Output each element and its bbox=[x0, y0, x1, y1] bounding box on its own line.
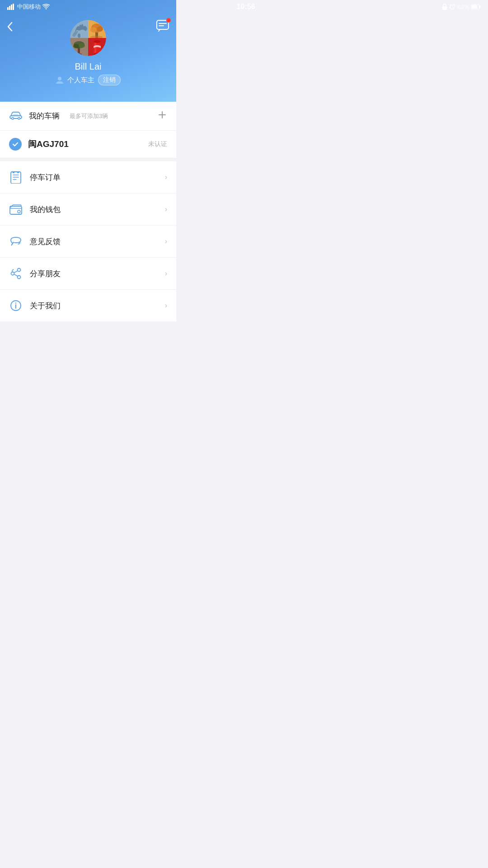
menu-item-parking-orders[interactable]: 停车订单 › bbox=[0, 161, 176, 193]
svg-rect-0 bbox=[7, 7, 9, 10]
svg-rect-38 bbox=[17, 171, 19, 173]
svg-point-29 bbox=[94, 53, 101, 56]
car-item[interactable]: 闽AGJ701 未认证 bbox=[0, 130, 176, 158]
svg-rect-27 bbox=[94, 42, 96, 53]
signal-icon bbox=[7, 4, 15, 10]
menu-item-share[interactable]: 分享朋友 › bbox=[0, 258, 176, 290]
svg-point-28 bbox=[94, 40, 101, 43]
vehicle-icon bbox=[9, 109, 23, 123]
menu-item-wallet[interactable]: 我的钱包 › bbox=[0, 193, 176, 226]
vehicle-section: 我的车辆 最多可添加3辆 闽AGJ701 未认证 bbox=[0, 102, 176, 158]
svg-rect-24 bbox=[76, 53, 82, 56]
notification-badge bbox=[166, 18, 171, 23]
vehicle-subtitle: 最多可添加3辆 bbox=[70, 112, 108, 120]
menu-item-left: 关于我们 bbox=[9, 299, 61, 312]
share-label: 分享朋友 bbox=[30, 269, 61, 279]
menu-item-left: 停车订单 bbox=[9, 170, 61, 184]
share-icon bbox=[9, 267, 23, 280]
car-icon bbox=[9, 110, 23, 120]
svg-point-12 bbox=[78, 33, 80, 38]
svg-point-42 bbox=[18, 276, 21, 279]
car-item-left: 闽AGJ701 bbox=[9, 138, 69, 151]
order-icon bbox=[9, 170, 23, 184]
carrier-label: 中国移动 bbox=[17, 3, 41, 11]
svg-point-40 bbox=[18, 210, 20, 213]
check-icon bbox=[9, 138, 22, 151]
vehicle-left: 我的车辆 最多可添加3辆 bbox=[9, 109, 108, 123]
wallet-label: 我的钱包 bbox=[30, 204, 61, 215]
info-icon bbox=[9, 299, 23, 312]
status-bar: 中国移动 10:56 63% bbox=[0, 0, 176, 13]
chevron-right-icon: › bbox=[165, 173, 167, 181]
svg-point-35 bbox=[19, 118, 20, 119]
menu-list: 停车订单 › 我的钱包 › bbox=[0, 161, 176, 321]
avatar[interactable] bbox=[70, 20, 106, 56]
svg-point-22 bbox=[73, 44, 80, 48]
svg-rect-36 bbox=[11, 172, 21, 184]
svg-point-16 bbox=[90, 27, 97, 33]
user-role-row: 个人车主 注销 bbox=[56, 75, 121, 85]
chevron-right-icon: › bbox=[165, 269, 167, 278]
vehicle-title: 我的车辆 bbox=[29, 111, 60, 121]
svg-point-23 bbox=[79, 43, 85, 48]
menu-item-about[interactable]: 关于我们 › bbox=[0, 290, 176, 321]
about-label: 关于我们 bbox=[30, 301, 61, 311]
chevron-right-icon: › bbox=[165, 237, 167, 245]
chevron-right-icon: › bbox=[165, 302, 167, 310]
svg-rect-37 bbox=[13, 171, 14, 173]
svg-point-4 bbox=[46, 8, 47, 9]
wallet-icon bbox=[9, 203, 23, 216]
status-left: 中国移动 bbox=[7, 3, 50, 11]
chevron-right-icon: › bbox=[165, 205, 167, 213]
person-icon bbox=[56, 76, 64, 84]
svg-point-34 bbox=[12, 118, 14, 119]
user-role-label: 个人车主 bbox=[67, 76, 94, 85]
back-button[interactable] bbox=[7, 22, 13, 34]
svg-rect-3 bbox=[13, 4, 14, 10]
add-vehicle-button[interactable] bbox=[157, 110, 167, 123]
svg-point-30 bbox=[58, 77, 61, 80]
menu-item-left: 意见反馈 bbox=[9, 235, 61, 248]
svg-point-41 bbox=[18, 269, 21, 272]
car-plate: 闽AGJ701 bbox=[28, 138, 69, 150]
menu-item-left: 我的钱包 bbox=[9, 203, 61, 216]
logout-button[interactable]: 注销 bbox=[98, 75, 121, 85]
section-divider bbox=[0, 158, 176, 161]
parking-orders-label: 停车订单 bbox=[30, 172, 61, 183]
user-name: Bill Lai bbox=[75, 61, 102, 72]
bottom-space bbox=[0, 321, 176, 349]
svg-point-17 bbox=[97, 26, 103, 32]
vehicle-header: 我的车辆 最多可添加3辆 bbox=[0, 102, 176, 130]
feedback-icon bbox=[9, 235, 23, 248]
hero-section: Bill Lai 个人车主 注销 bbox=[0, 0, 176, 102]
svg-rect-1 bbox=[9, 6, 10, 10]
feedback-label: 意见反馈 bbox=[30, 236, 61, 247]
message-button[interactable] bbox=[156, 20, 169, 34]
menu-item-feedback[interactable]: 意见反馈 › bbox=[0, 226, 176, 258]
vehicle-status: 未认证 bbox=[148, 140, 167, 148]
svg-point-45 bbox=[15, 302, 16, 303]
menu-item-left: 分享朋友 bbox=[9, 267, 61, 280]
svg-rect-2 bbox=[11, 5, 12, 10]
wifi-icon bbox=[42, 4, 50, 10]
